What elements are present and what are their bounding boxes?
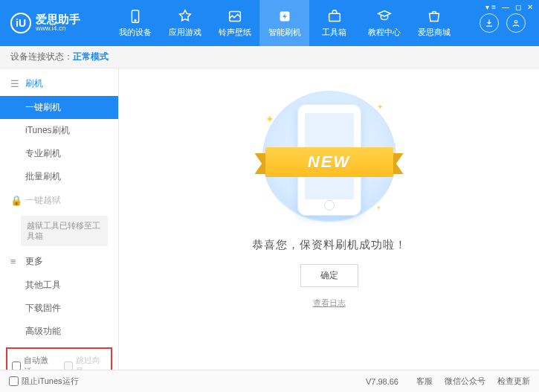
success-illustration: NEW ✦ ✦ ✦ bbox=[262, 91, 396, 225]
checkbox-block-itunes[interactable]: 阻止iTunes运行 bbox=[9, 376, 79, 387]
sidebar: ☰刷机 一键刷机 iTunes刷机 专业刷机 批量刷机 🔒一键越狱 越狱工具已转… bbox=[0, 68, 119, 370]
menu-icon[interactable]: ▾ ≡ bbox=[485, 3, 496, 11]
nav-smart-flash[interactable]: 智能刷机 bbox=[259, 0, 309, 46]
device-status-bar: 设备连接状态： 正常模式 bbox=[0, 46, 539, 68]
sparkle-icon: ✦ bbox=[265, 113, 274, 125]
sidebar-item-advanced[interactable]: 高级功能 bbox=[0, 320, 118, 343]
logo: iU 爱思助手 www.i4.cn bbox=[6, 13, 110, 33]
app-subtitle: www.i4.cn bbox=[36, 25, 80, 33]
app-header: ▾ ≡ — ◻ ✕ iU 爱思助手 www.i4.cn 我的设备 应用游戏 铃声… bbox=[0, 0, 539, 46]
sidebar-item-download-firmware[interactable]: 下载固件 bbox=[0, 297, 118, 320]
svg-rect-4 bbox=[329, 13, 340, 21]
nav-tutorial[interactable]: 教程中心 bbox=[359, 0, 409, 46]
sidebar-section-flash[interactable]: ☰刷机 bbox=[0, 71, 118, 96]
nav-toolbox[interactable]: 工具箱 bbox=[309, 0, 359, 46]
svg-point-1 bbox=[135, 20, 136, 22]
sidebar-item-batch-flash[interactable]: 批量刷机 bbox=[0, 165, 118, 188]
version-label: V7.98.66 bbox=[366, 377, 398, 386]
link-support[interactable]: 客服 bbox=[416, 376, 433, 387]
link-wechat[interactable]: 微信公众号 bbox=[445, 376, 485, 387]
main-content: NEW ✦ ✦ ✦ 恭喜您，保资料刷机成功啦！ 确定 查看日志 bbox=[119, 68, 539, 370]
nav-my-device[interactable]: 我的设备 bbox=[110, 0, 160, 46]
user-button[interactable] bbox=[506, 13, 526, 33]
download-button[interactable] bbox=[480, 13, 499, 33]
new-ribbon: NEW bbox=[255, 147, 404, 184]
sparkle-icon: ✦ bbox=[377, 103, 383, 111]
jailbreak-moved-note: 越狱工具已转移至工具箱 bbox=[21, 216, 108, 246]
sidebar-section-more[interactable]: ≡更多 bbox=[0, 249, 118, 274]
maximize-icon[interactable]: ◻ bbox=[515, 3, 521, 11]
sparkle-icon: ✦ bbox=[376, 205, 381, 211]
view-log-link[interactable]: 查看日志 bbox=[313, 298, 346, 309]
minimize-icon[interactable]: — bbox=[502, 3, 509, 11]
more-icon: ≡ bbox=[10, 256, 21, 267]
sidebar-item-oneclick-flash[interactable]: 一键刷机 bbox=[0, 96, 118, 119]
sidebar-item-pro-flash[interactable]: 专业刷机 bbox=[0, 142, 118, 165]
close-icon[interactable]: ✕ bbox=[527, 3, 533, 11]
nav-apps-games[interactable]: 应用游戏 bbox=[160, 0, 210, 46]
nav-ringtone-wallpaper[interactable]: 铃声壁纸 bbox=[210, 0, 259, 46]
logo-icon: iU bbox=[10, 13, 31, 33]
top-nav: 我的设备 应用游戏 铃声壁纸 智能刷机 工具箱 教程中心 爱思商城 bbox=[110, 0, 480, 46]
sidebar-item-other-tools[interactable]: 其他工具 bbox=[0, 274, 118, 297]
sidebar-section-jailbreak: 🔒一键越狱 bbox=[0, 188, 118, 213]
window-controls: ▾ ≡ — ◻ ✕ bbox=[485, 3, 533, 11]
app-title: 爱思助手 bbox=[36, 13, 80, 26]
header-actions bbox=[480, 13, 533, 33]
success-message: 恭喜您，保资料刷机成功啦！ bbox=[252, 238, 407, 252]
lock-icon: 🔒 bbox=[10, 195, 21, 206]
footer-links: 客服 微信公众号 检查更新 bbox=[416, 376, 530, 387]
nav-store[interactable]: 爱思商城 bbox=[409, 0, 459, 46]
svg-point-5 bbox=[514, 21, 517, 24]
list-icon: ☰ bbox=[10, 78, 21, 89]
sidebar-item-itunes-flash[interactable]: iTunes刷机 bbox=[0, 119, 118, 142]
status-mode: 正常模式 bbox=[73, 51, 109, 63]
status-prefix: 设备连接状态： bbox=[10, 51, 73, 63]
ok-button[interactable]: 确定 bbox=[300, 264, 358, 287]
bottom-bar: 阻止iTunes运行 V7.98.66 客服 微信公众号 检查更新 bbox=[0, 370, 539, 392]
link-check-update[interactable]: 检查更新 bbox=[497, 376, 530, 387]
